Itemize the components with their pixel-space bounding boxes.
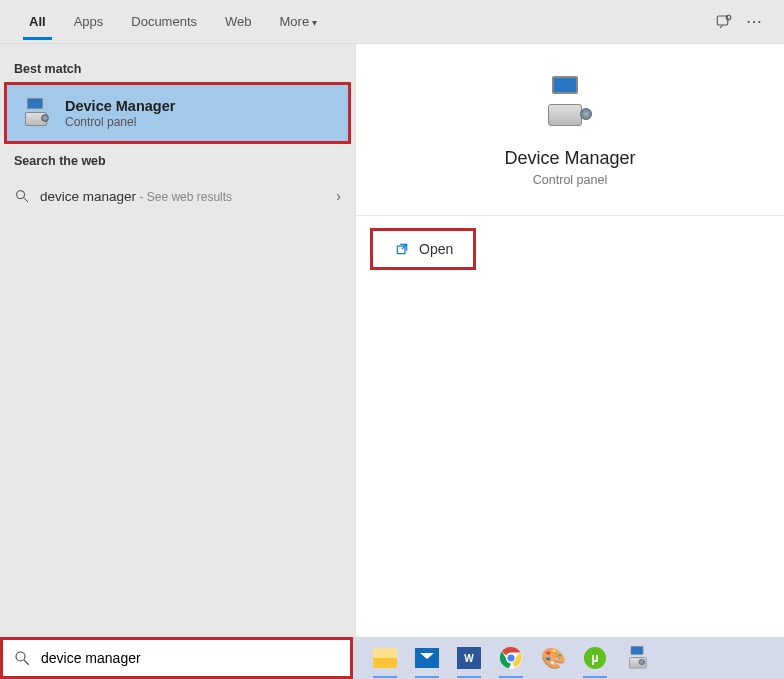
tab-web[interactable]: Web: [211, 4, 266, 39]
taskbar-file-explorer-icon[interactable]: [371, 644, 399, 672]
open-label: Open: [419, 241, 453, 257]
search-box[interactable]: [0, 637, 353, 679]
feedback-icon[interactable]: [709, 7, 739, 37]
search-filter-tabs: All Apps Documents Web More ⋯: [0, 0, 784, 44]
tab-more[interactable]: More: [266, 4, 331, 39]
taskbar-mail-icon[interactable]: [413, 644, 441, 672]
web-result-text: device manager - See web results: [40, 189, 232, 204]
taskbar: W 🎨 µ: [353, 637, 784, 679]
results-pane: Best match Device Manager Control panel …: [0, 44, 355, 637]
palette-icon: 🎨: [541, 646, 566, 670]
divider: [356, 215, 784, 216]
svg-point-1: [726, 15, 731, 20]
search-icon: [14, 188, 30, 204]
taskbar-chrome-icon[interactable]: [497, 644, 525, 672]
web-result-item[interactable]: device manager - See web results ›: [0, 178, 355, 214]
best-match-device-manager[interactable]: Device Manager Control panel: [4, 82, 351, 144]
detail-subtitle: Control panel: [533, 173, 607, 187]
taskbar-utorrent-icon[interactable]: µ: [581, 644, 609, 672]
search-icon: [13, 649, 31, 667]
best-match-title: Device Manager: [65, 98, 175, 114]
tab-documents[interactable]: Documents: [117, 4, 211, 39]
device-manager-icon: [21, 97, 53, 129]
open-button[interactable]: Open: [370, 228, 476, 270]
tab-apps[interactable]: Apps: [60, 4, 118, 39]
svg-point-5: [16, 652, 25, 661]
taskbar-paint-icon[interactable]: 🎨: [539, 644, 567, 672]
detail-title: Device Manager: [504, 148, 635, 169]
open-icon: [395, 241, 409, 257]
taskbar-word-icon[interactable]: W: [455, 644, 483, 672]
svg-point-2: [17, 191, 25, 199]
best-match-header: Best match: [0, 52, 355, 82]
device-manager-large-icon: [542, 74, 598, 130]
taskbar-device-manager-icon[interactable]: [623, 644, 651, 672]
chevron-right-icon: ›: [336, 188, 341, 204]
tab-all[interactable]: All: [15, 4, 60, 39]
search-input[interactable]: [41, 650, 340, 666]
more-options-icon[interactable]: ⋯: [739, 7, 769, 37]
detail-pane: Device Manager Control panel Open: [355, 44, 784, 637]
svg-line-6: [24, 660, 29, 665]
best-match-subtitle: Control panel: [65, 115, 175, 129]
bottom-bar: W 🎨 µ: [0, 637, 784, 679]
search-web-header: Search the web: [0, 144, 355, 174]
svg-line-3: [24, 198, 28, 202]
